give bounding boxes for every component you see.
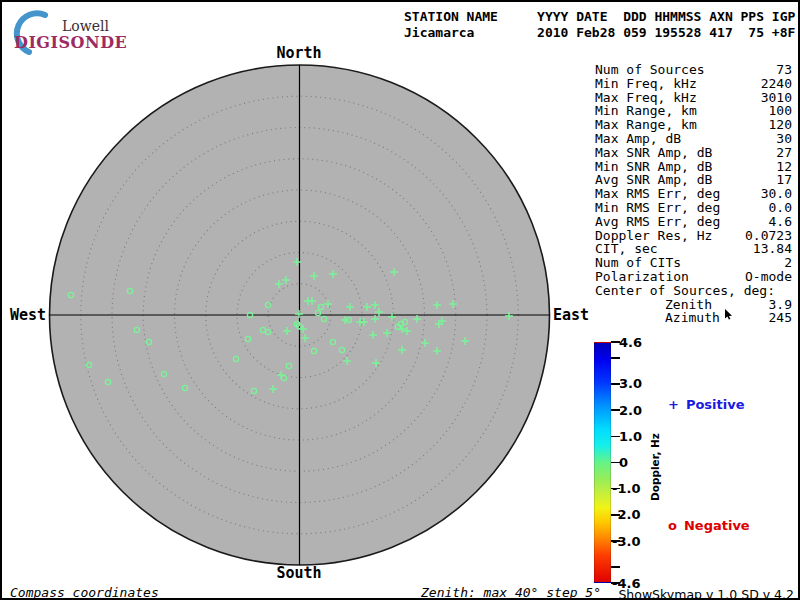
stat-row: Avg RMS Err, deg4.6 xyxy=(595,215,792,229)
stat-value: O-mode xyxy=(745,270,792,284)
doppler-colorbar xyxy=(594,342,611,583)
stat-label: Min SNR Amp, dB xyxy=(595,160,712,174)
colorbar-tick-label: -1.0 xyxy=(612,481,640,496)
stat-label: Num of Sources xyxy=(595,63,705,77)
stat-label: Center of Sources, deg: xyxy=(595,284,775,298)
legend-positive-label: Positive xyxy=(686,397,745,412)
stat-value: 4.6 xyxy=(769,215,792,229)
mouse-cursor-icon xyxy=(725,309,733,320)
stat-row: Min Range, km100 xyxy=(595,104,792,118)
stat-value: 120 xyxy=(769,118,792,132)
stat-value: 13.84 xyxy=(753,242,792,256)
stat-row: Azimuth245 xyxy=(595,311,792,325)
plus-symbol-icon: + xyxy=(668,397,679,412)
colorbar-tick-label: -2.0 xyxy=(612,507,640,522)
stat-row: Num of Sources73 xyxy=(595,63,792,77)
stat-value: 2240 xyxy=(761,77,792,91)
stat-label: Zenith xyxy=(595,298,712,312)
skymap-window: Lowell DIGISONDE STATION NAME YYYY DATE … xyxy=(0,0,800,600)
stat-label: Min Freq, kHz xyxy=(595,77,697,91)
compass-label-west: West xyxy=(10,308,46,323)
stat-label: Avg SNR Amp, dB xyxy=(595,173,712,187)
stat-row: Center of Sources, deg: xyxy=(595,284,792,298)
compass-label-east: East xyxy=(553,308,589,323)
stat-value: 30 xyxy=(776,132,792,146)
stat-value: 0.0723 xyxy=(745,229,792,243)
stat-value: 2 xyxy=(784,256,792,270)
stat-value: 73 xyxy=(776,63,792,77)
stat-label: Polarization xyxy=(595,270,689,284)
stat-row: Avg SNR Amp, dB17 xyxy=(595,173,792,187)
stat-row: Doppler Res, Hz0.0723 xyxy=(595,229,792,243)
stat-row: Num of CITs2 xyxy=(595,256,792,270)
stat-label: Num of CITs xyxy=(595,256,681,270)
stat-label: Max Range, km xyxy=(595,118,697,132)
stat-row: Min SNR Amp, dB12 xyxy=(595,160,792,174)
stat-label: Avg RMS Err, deg xyxy=(595,215,720,229)
stat-row: Max Range, km120 xyxy=(595,118,792,132)
stat-value: 0.0 xyxy=(769,201,792,215)
stats-panel: Num of Sources73Min Freq, kHz2240Max Fre… xyxy=(595,63,792,325)
colorbar-tick-label: -3.0 xyxy=(612,534,640,549)
colorbar-tick xyxy=(611,357,620,359)
stat-value: 3.9 xyxy=(769,298,792,312)
stat-row: Max Freq, kHz3010 xyxy=(595,91,792,105)
stat-value: 12 xyxy=(776,160,792,174)
colorbar-tick-label: 2.0 xyxy=(619,403,642,418)
stat-value: 100 xyxy=(769,104,792,118)
circle-symbol-icon: o xyxy=(668,518,677,533)
stat-value: 3010 xyxy=(761,91,792,105)
stat-label: Min Range, km xyxy=(595,104,697,118)
coordinate-system-label: Compass coordinates xyxy=(10,585,159,600)
software-version-label: ShowSkymap v 1.0 SD v 4.2 xyxy=(618,587,794,600)
stat-row: Zenith3.9 xyxy=(595,298,792,312)
colorbar-tick-label: 3.0 xyxy=(619,376,642,391)
stat-row: Max Amp, dB30 xyxy=(595,132,792,146)
legend-negative-label: Negative xyxy=(684,518,750,533)
stat-value: 27 xyxy=(776,146,792,160)
stat-row: Max SNR Amp, dB27 xyxy=(595,146,792,160)
stat-label: CIT, sec xyxy=(595,242,658,256)
stat-row: Max RMS Err, deg30.0 xyxy=(595,187,792,201)
stat-row: PolarizationO-mode xyxy=(595,270,792,284)
stat-row: CIT, sec13.84 xyxy=(595,242,792,256)
stat-label: Min RMS Err, deg xyxy=(595,201,720,215)
legend-negative: oNegative xyxy=(668,518,750,533)
stat-row: Min RMS Err, deg0.0 xyxy=(595,201,792,215)
stat-label: Max SNR Amp, dB xyxy=(595,146,712,160)
stat-label: Azimuth xyxy=(595,311,720,325)
compass-label-north: North xyxy=(276,46,321,61)
stat-value: 17 xyxy=(776,173,792,187)
colorbar-tick-label: 0 xyxy=(619,455,628,470)
stat-label: Max Freq, kHz xyxy=(595,91,697,105)
colorbar-tick-label: 4.6 xyxy=(619,335,642,350)
stat-label: Max Amp, dB xyxy=(595,132,681,146)
stat-label: Doppler Res, Hz xyxy=(595,229,712,243)
colorbar-tick xyxy=(611,566,620,568)
stat-value: 30.0 xyxy=(761,187,792,201)
compass-label-south: South xyxy=(276,566,321,581)
stat-value: 245 xyxy=(769,311,792,325)
zenith-range-label: Zenith: max 40° step 5° xyxy=(421,585,601,600)
stat-row: Min Freq, kHz2240 xyxy=(595,77,792,91)
colorbar-tick-label: 1.0 xyxy=(619,429,642,444)
colorbar-axis-label: Doppler, Hz xyxy=(649,433,661,501)
legend-positive: +Positive xyxy=(668,397,745,412)
stat-label: Max RMS Err, deg xyxy=(595,187,720,201)
